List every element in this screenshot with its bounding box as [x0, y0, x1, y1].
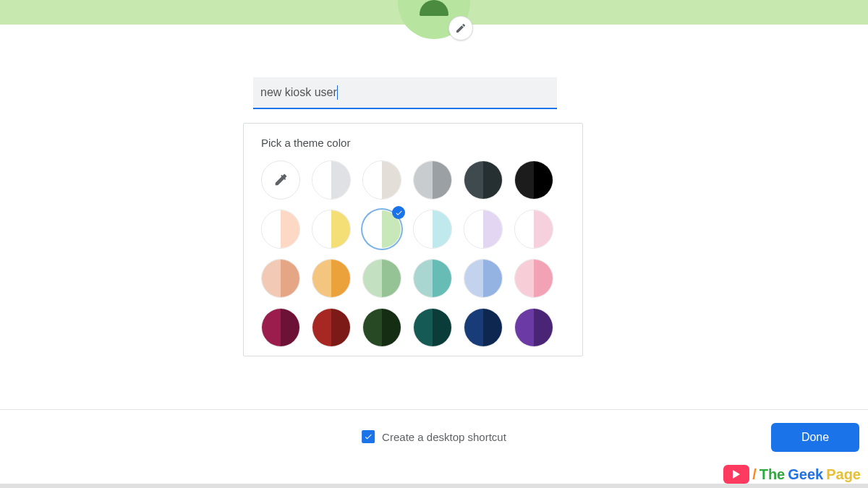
- watermark-page: Page: [826, 466, 861, 483]
- desktop-shortcut-checkbox[interactable]: [362, 430, 375, 443]
- theme-swatch-light-grey[interactable]: [312, 160, 351, 200]
- theme-color-grid: [261, 160, 565, 347]
- theme-swatch-pink-pastel[interactable]: [514, 210, 553, 249]
- theme-swatch-teal[interactable]: [413, 259, 452, 298]
- text-caret: [337, 85, 338, 100]
- pencil-icon: [455, 22, 467, 34]
- desktop-shortcut-row[interactable]: Create a desktop shortcut: [362, 430, 506, 443]
- theme-swatch-lavender-pastel[interactable]: [464, 210, 503, 249]
- theme-swatch-brick[interactable]: [312, 308, 351, 347]
- theme-swatch-dark-slate[interactable]: [464, 160, 503, 200]
- watermark: / The Geek Page: [723, 465, 861, 484]
- watermark-slash: /: [752, 466, 757, 483]
- theme-swatch-warm-grey[interactable]: [362, 160, 401, 200]
- theme-swatch-green[interactable]: [362, 259, 401, 298]
- theme-swatch-peach-pastel[interactable]: [261, 210, 300, 249]
- theme-swatch-grey[interactable]: [413, 160, 452, 200]
- youtube-icon: [723, 465, 749, 484]
- theme-swatch-forest[interactable]: [362, 308, 401, 347]
- theme-color-title: Pick a theme color: [261, 137, 565, 149]
- theme-swatch-deep-teal[interactable]: [413, 308, 452, 347]
- theme-swatch-custom-color[interactable]: [261, 160, 300, 200]
- done-button-label: Done: [801, 431, 829, 444]
- theme-swatch-navy[interactable]: [464, 308, 503, 347]
- theme-swatch-orange[interactable]: [312, 259, 351, 298]
- theme-swatch-cyan-pastel[interactable]: [413, 210, 452, 249]
- done-button[interactable]: Done: [771, 423, 859, 452]
- profile-name-value: new kiosk user: [260, 86, 337, 99]
- theme-swatch-pink[interactable]: [514, 259, 553, 298]
- theme-swatch-peach[interactable]: [261, 259, 300, 298]
- theme-swatch-blue[interactable]: [464, 259, 503, 298]
- theme-swatch-green-pastel[interactable]: [362, 210, 401, 249]
- theme-swatch-yellow-pastel[interactable]: [312, 210, 351, 249]
- selected-check-icon: [392, 206, 405, 219]
- theme-swatch-black[interactable]: [514, 160, 553, 200]
- theme-swatch-purple[interactable]: [514, 308, 553, 347]
- person-icon: [415, 0, 453, 22]
- watermark-the: The: [760, 466, 786, 483]
- edit-avatar-button[interactable]: [448, 16, 473, 40]
- theme-color-card: Pick a theme color: [243, 123, 583, 356]
- profile-avatar-container: [398, 0, 470, 39]
- check-icon: [364, 432, 373, 441]
- eyedropper-icon: [273, 172, 289, 188]
- bottom-window-border: [0, 484, 868, 488]
- watermark-geek: Geek: [788, 466, 823, 483]
- theme-swatch-maroon[interactable]: [261, 308, 300, 347]
- profile-name-input[interactable]: new kiosk user: [253, 77, 557, 109]
- desktop-shortcut-label: Create a desktop shortcut: [382, 431, 506, 443]
